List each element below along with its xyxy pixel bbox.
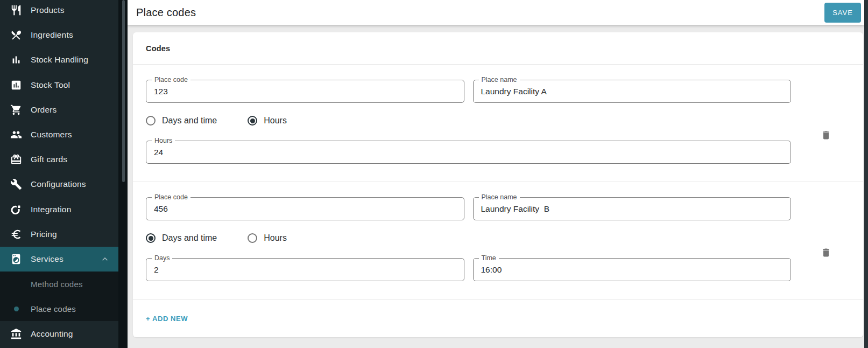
delete-entry-button[interactable] — [821, 247, 831, 258]
field-value: 123 — [154, 80, 168, 102]
sidebar-item-label: Integration — [31, 205, 71, 214]
mode-radio-group: Days and time Hours — [146, 116, 791, 126]
sidebar-item-label: Pricing — [31, 229, 57, 239]
field-value: 2 — [154, 259, 159, 281]
hours-input[interactable]: Hours 24 — [146, 141, 791, 164]
sidebar-item-label: Stock Tool — [31, 80, 70, 90]
place-name-input[interactable]: Place name Laundry Facility B — [473, 197, 792, 220]
sidebar-item-label: Ingredients — [31, 30, 73, 40]
integration-icon — [10, 203, 23, 216]
place-name-input[interactable]: Place name Laundry Facility A — [473, 80, 792, 103]
gift-card-icon — [10, 153, 23, 166]
field-value: 16:00 — [481, 259, 502, 281]
euro-icon — [10, 228, 23, 241]
sidebar-item-label: Products — [31, 5, 65, 15]
active-dot-icon — [14, 307, 19, 311]
radio-selected-icon — [146, 233, 156, 243]
trash-icon — [821, 130, 831, 141]
sidebar-item-integration[interactable]: Integration — [0, 197, 118, 222]
chevron-up-icon — [100, 254, 110, 265]
sidebar-item-customers[interactable]: Customers — [0, 122, 118, 147]
page-scrollbar[interactable] — [864, 0, 868, 348]
field-value: 456 — [154, 198, 168, 220]
place-code-entry: Place code 456 Place name Laundry Facili… — [133, 197, 863, 300]
card-section-title: Codes — [133, 32, 863, 65]
restaurant-icon — [10, 4, 23, 17]
mode-radio-group: Days and time Hours — [146, 233, 791, 243]
radio-selected-icon — [248, 116, 257, 126]
wrench-icon — [10, 178, 23, 191]
sidebar-item-services[interactable]: Services — [0, 247, 118, 272]
shopping-cart-icon — [10, 103, 23, 116]
sidebar-item-stock-handling[interactable]: Stock Handling — [0, 47, 118, 72]
sidebar-item-label: Customers — [31, 130, 72, 140]
chart-box-icon — [10, 79, 23, 92]
days-input[interactable]: Days 2 — [146, 258, 464, 281]
radio-unselected-icon — [248, 233, 257, 243]
bank-icon — [10, 328, 23, 340]
people-icon — [10, 128, 23, 141]
trash-icon — [821, 247, 831, 258]
place-code-input[interactable]: Place code 123 — [146, 80, 464, 103]
main-area: Place codes SAVE Codes Place code 123 Pl… — [128, 0, 864, 348]
sidebar-scrollbar-thumb[interactable] — [122, 0, 125, 182]
sidebar-item-configurations[interactable]: Configurations — [0, 172, 118, 197]
sidebar-item-ingredients[interactable]: Ingredients — [0, 23, 118, 47]
radio-hours[interactable]: Hours — [248, 116, 287, 126]
time-input[interactable]: Time 16:00 — [473, 258, 792, 281]
field-value: Laundry Facility A — [481, 80, 547, 102]
delete-entry-button[interactable] — [821, 130, 831, 141]
sidebar-scrollbar[interactable] — [118, 0, 128, 348]
radio-hours[interactable]: Hours — [248, 233, 287, 243]
sidebar-item-accounting[interactable]: Accounting — [0, 321, 118, 346]
sidebar: Products Ingredients Stock Handling Stoc… — [0, 0, 118, 348]
sidebar-subitem-label: Place codes — [31, 304, 76, 314]
codes-card: Codes Place code 123 Place name Laundry … — [133, 32, 863, 337]
field-value: Laundry Facility B — [481, 198, 550, 220]
bar-chart-icon — [10, 53, 23, 66]
sidebar-subitem-place-codes[interactable]: Place codes — [0, 296, 118, 321]
sidebar-item-label: Configurations — [31, 179, 86, 189]
radio-unselected-icon — [146, 116, 156, 126]
field-value: 24 — [154, 141, 163, 163]
add-new-button[interactable]: + ADD NEW — [146, 315, 188, 323]
sidebar-item-gift-cards[interactable]: Gift cards — [0, 147, 118, 172]
services-submenu: Method codes Place codes — [0, 272, 118, 321]
sidebar-subitem-label: Method codes — [31, 280, 83, 289]
app-window: Products Ingredients Stock Handling Stoc… — [0, 0, 868, 348]
sidebar-item-pricing[interactable]: Pricing — [0, 222, 118, 247]
sidebar-item-label: Services — [31, 254, 63, 264]
sidebar-subitem-method-codes[interactable]: Method codes — [0, 272, 118, 296]
washing-machine-icon — [10, 253, 23, 266]
cutlery-crossed-icon — [10, 29, 23, 41]
radio-days-and-time[interactable]: Days and time — [146, 233, 217, 243]
sidebar-item-orders[interactable]: Orders — [0, 98, 118, 122]
sidebar-item-label: Gift cards — [31, 155, 67, 164]
place-code-entry: Place code 123 Place name Laundry Facili… — [133, 80, 863, 182]
content-area: Codes Place code 123 Place name Laundry … — [128, 32, 864, 348]
sidebar-item-label: Stock Handling — [31, 55, 88, 65]
sidebar-nav: Products Ingredients Stock Handling Stoc… — [0, 0, 118, 346]
top-bar: Place codes SAVE — [128, 0, 864, 25]
radio-days-and-time[interactable]: Days and time — [146, 116, 217, 126]
sidebar-item-products[interactable]: Products — [0, 0, 118, 23]
sidebar-item-label: Accounting — [31, 329, 73, 339]
place-code-input[interactable]: Place code 456 — [146, 197, 464, 220]
sidebar-item-label: Orders — [31, 105, 57, 115]
card-footer: + ADD NEW — [133, 300, 863, 337]
page-title: Place codes — [136, 6, 196, 19]
save-button[interactable]: SAVE — [824, 3, 861, 23]
sidebar-item-stock-tool[interactable]: Stock Tool — [0, 73, 118, 98]
